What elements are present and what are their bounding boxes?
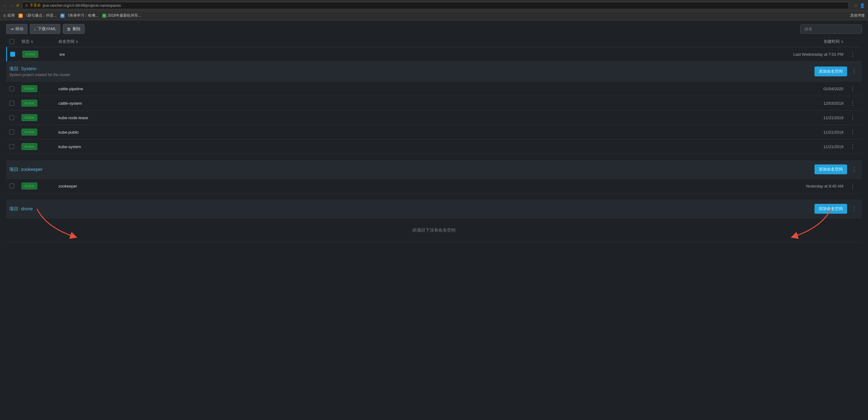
kube-system-row: Active kube-system 11/21/2019 ⋮ — [6, 139, 862, 154]
zookeeper-ns-name: zookeeper — [58, 184, 785, 189]
bookmark-apps[interactable]: ⊞ 应用 — [3, 13, 15, 18]
zookeeper-section-actions: 添加命名空间 ⋮ — [814, 164, 859, 174]
drone-section-menu[interactable]: ⋮ — [849, 205, 859, 213]
kube-system-name: kube-system — [58, 144, 785, 149]
namespace-col-label: 命名空间 — [58, 39, 74, 44]
move-label: 移动 — [16, 26, 23, 32]
zookeeper-section-header: 项目: zookeeper 添加命名空间 ⋮ — [6, 160, 862, 179]
sre-row: Active sre Last Wednesday at 7:01 PM ⋮ — [6, 47, 862, 62]
namespace-sort-icon: ⇅ — [76, 40, 78, 44]
kube-public-checkbox[interactable] — [9, 130, 22, 135]
cattle-system-created: 12/03/2019 — [785, 101, 846, 106]
bookmark-2-label: 《终身学习：哈佛... — [66, 13, 98, 18]
bookmark-2-icon: 终 — [60, 13, 65, 18]
cattle-pipeline-created: 01/04/2020 — [785, 86, 846, 91]
bookmark-1-icon: 新 — [19, 13, 23, 18]
status-sort-icon: ⇅ — [31, 40, 33, 44]
kube-node-lease-menu[interactable]: ⋮ — [846, 114, 859, 122]
delete-icon: 🗑 — [67, 27, 71, 31]
download-icon: ↓ — [34, 27, 36, 31]
cattle-pipeline-checkbox[interactable] — [9, 86, 22, 91]
star-icon[interactable]: ☆ — [854, 3, 858, 8]
move-button[interactable]: ⇥ 移动 — [6, 24, 27, 34]
cattle-system-menu[interactable]: ⋮ — [846, 99, 859, 107]
back-btn[interactable]: ← — [3, 3, 7, 8]
select-all-checkbox[interactable] — [9, 39, 22, 44]
delete-label: 删除 — [72, 26, 81, 32]
kube-system-created: 11/21/2019 — [785, 144, 846, 149]
delete-button[interactable]: 🗑 删除 — [63, 24, 85, 34]
drone-section-actions: 添加命名空间 ⋮ — [814, 204, 859, 214]
drone-empty-message: 此项目下没有命名空间 — [412, 228, 456, 232]
kube-system-checkbox[interactable] — [9, 144, 22, 149]
kube-system-menu[interactable]: ⋮ — [846, 143, 859, 150]
cattle-pipeline-name: cattle-pipeline — [58, 86, 785, 91]
zookeeper-add-namespace-button[interactable]: 添加命名空间 — [814, 164, 847, 174]
zookeeper-project-title[interactable]: 项目: zookeeper — [9, 167, 814, 172]
sre-name: sre — [59, 52, 785, 57]
status-col-header[interactable]: 状态 ⇅ — [22, 39, 58, 44]
zookeeper-ns-checkbox[interactable] — [9, 184, 22, 189]
download-label: 下载YAML — [38, 26, 56, 32]
url-text: jiuxi.rancher.org/c/c-bfc49/projects-nam… — [43, 3, 121, 8]
bookmark-3[interactable]: K 2018年最新杭州车... — [102, 13, 141, 18]
drone-section-header: 项目: drone 添加命名空间 ⋮ — [6, 199, 862, 218]
section-drone: 项目: drone 添加命名空间 ⋮ 此项目下没有命名空间 — [6, 199, 862, 243]
kube-public-name: kube-public — [58, 130, 785, 135]
system-add-namespace-button[interactable]: 添加命名空间 — [814, 66, 847, 76]
created-col-header[interactable]: 创建时间 ⇅ — [785, 39, 846, 44]
cattle-system-status: Active — [22, 100, 58, 107]
move-icon: ⇥ — [10, 27, 13, 31]
bookmark-1-label: 《新引爆点：抖音... — [24, 13, 57, 18]
drone-empty-state: 此项目下没有命名空间 — [6, 218, 862, 243]
address-bar[interactable]: ⚠ 不安全 jiuxi.rancher.org/c/c-bfc49/projec… — [22, 2, 849, 9]
system-project-title[interactable]: 项目: System — [9, 66, 814, 72]
sre-created: Last Wednesday at 7:01 PM — [785, 52, 846, 57]
kube-node-lease-status: Active — [22, 114, 58, 121]
download-yaml-button[interactable]: ↓ 下载YAML — [30, 24, 60, 34]
zookeeper-ns-menu[interactable]: ⋮ — [846, 182, 859, 190]
other-bookmarks[interactable]: 其他书签 — [850, 13, 865, 18]
system-section-header: 项目: System System project created for th… — [6, 62, 862, 82]
kube-node-lease-checkbox[interactable] — [9, 115, 22, 120]
bookmark-2[interactable]: 终 《终身学习：哈佛... — [60, 13, 98, 18]
created-col-label: 创建时间 — [824, 39, 840, 44]
status-col-label: 状态 — [22, 39, 30, 44]
insecure-icon: ⚠ — [25, 3, 28, 7]
kube-node-lease-name: kube-node-lease — [58, 115, 785, 120]
other-bookmarks-label: 其他书签 — [850, 13, 865, 18]
drone-add-namespace-button[interactable]: 添加命名空间 — [814, 204, 847, 214]
zookeeper-ns-row: Active zookeeper Yesterday at 9:45 AM ⋮ — [6, 179, 862, 193]
system-section-menu[interactable]: ⋮ — [849, 67, 859, 76]
namespace-col-header[interactable]: 命名空间 ⇅ — [58, 39, 785, 44]
kube-node-lease-row: Active kube-node-lease 11/21/2019 ⋮ — [6, 111, 862, 125]
sre-action-menu[interactable]: ⋮ — [846, 50, 859, 58]
forward-btn[interactable]: → — [9, 3, 13, 8]
cattle-system-checkbox[interactable] — [9, 101, 22, 106]
bookmark-1[interactable]: 新 《新引爆点：抖音... — [19, 13, 57, 18]
kube-public-row: Active kube-public 11/21/2019 ⋮ — [6, 125, 862, 139]
cattle-system-name: cattle-system — [58, 101, 785, 106]
kube-public-status: Active — [22, 129, 58, 136]
sre-checkbox[interactable] — [10, 52, 23, 57]
reload-btn[interactable]: ↺ — [16, 3, 20, 8]
zookeeper-section-menu[interactable]: ⋮ — [849, 165, 859, 173]
sre-status-badge: Active — [23, 51, 59, 58]
bookmark-3-label: 2018年最新杭州车... — [107, 13, 141, 18]
kube-system-status: Active — [22, 143, 58, 150]
search-input[interactable] — [800, 25, 862, 33]
zookeeper-ns-created: Yesterday at 9:45 AM — [785, 184, 846, 189]
browser-bar: ← → ↺ ⚠ 不安全 jiuxi.rancher.org/c/c-bfc49/… — [0, 0, 868, 11]
section-system: 项目: System System project created for th… — [6, 62, 862, 154]
cattle-pipeline-row: Active cattle-pipeline 01/04/2020 ⋮ — [6, 82, 862, 96]
zookeeper-ns-status: Active — [22, 183, 58, 189]
profile-icon[interactable]: 👤 — [860, 3, 865, 8]
section-zookeeper: 项目: zookeeper 添加命名空间 ⋮ Active zookeeper … — [6, 160, 862, 193]
main-content: ⇥ 移动 ↓ 下载YAML 🗑 删除 状态 ⇅ 命名空间 ⇅ 创建时间 ⇅ — [0, 20, 868, 243]
cattle-pipeline-menu[interactable]: ⋮ — [846, 85, 859, 93]
kube-public-menu[interactable]: ⋮ — [846, 128, 859, 136]
drone-project-title[interactable]: 项目: drone — [9, 206, 814, 212]
created-sort-icon: ⇅ — [841, 40, 843, 44]
insecure-label: 不安全 — [30, 3, 41, 8]
bookmark-3-icon: K — [102, 13, 106, 18]
